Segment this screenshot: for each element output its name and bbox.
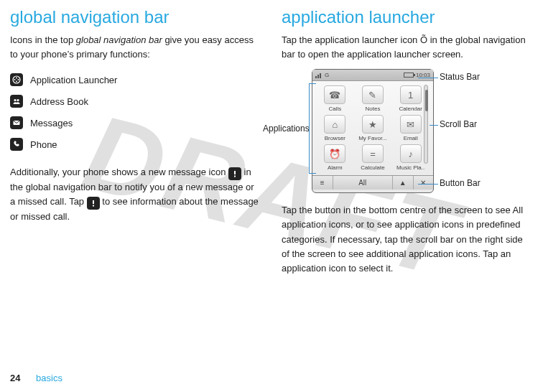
signal-icon	[315, 73, 322, 78]
app-item: ⏰Alarm	[317, 144, 353, 171]
svg-point-2	[16, 78, 17, 79]
svg-point-5	[14, 99, 16, 101]
svg-rect-11	[93, 205, 94, 207]
svg-point-4	[16, 81, 17, 83]
heading-app-launcher: application launcher	[282, 7, 533, 27]
app-label: Calls	[317, 106, 353, 112]
phone-app-grid: ☎Calls ✎Notes 1Calendar ⌂Browser ★My Fav…	[312, 81, 433, 175]
battery-icon	[404, 73, 414, 78]
calls-icon: ☎	[324, 85, 345, 104]
buttonbar-up: ▲	[393, 176, 414, 190]
nav-item-label: Messages	[30, 112, 124, 134]
callout-status-bar: Status Bar	[440, 72, 480, 82]
table-row: Phone	[10, 134, 124, 155]
phone-scroll-bar	[424, 85, 428, 164]
nav-item-label: Application Launcher	[30, 69, 124, 90]
right-column: application launcher Tap the application…	[282, 7, 533, 283]
phone-icon	[10, 138, 23, 151]
calendar-icon: 1	[400, 85, 422, 104]
callout-label: Status Bar	[440, 72, 480, 82]
app-label: My Favor...	[355, 135, 391, 141]
svg-point-6	[17, 99, 19, 101]
table-row: Application Launcher	[10, 69, 124, 90]
phone-illustration-wrap: G 10:03 ☎Calls ✎Notes 1Calendar ⌂Browser…	[312, 69, 533, 193]
app-label: Alarm	[317, 164, 353, 171]
buttonbar-menu: ≡	[312, 176, 333, 190]
para2: Additionally, your phone shows a new mes…	[10, 165, 261, 224]
music-icon: ♪	[400, 144, 422, 163]
table-row: Address Book	[10, 90, 124, 112]
phone-status-bar: G 10:03	[312, 70, 433, 81]
svg-point-3	[18, 79, 19, 80]
intro-paragraph: Icons in the top global navigation bar g…	[10, 33, 261, 62]
app-launcher-icon	[10, 73, 23, 86]
callout-label: Button Bar	[440, 178, 481, 188]
left-column: global navigation bar Icons in the top g…	[10, 7, 261, 283]
new-message-icon	[87, 197, 100, 210]
app-item: ★My Favor...	[355, 115, 391, 141]
callout-applications: Applications	[263, 123, 310, 134]
browser-icon: ⌂	[324, 115, 345, 134]
intro-text-a: Icons in the top	[10, 34, 76, 45]
svg-rect-10	[93, 200, 94, 204]
favorites-icon: ★	[362, 115, 384, 134]
alarm-icon: ⏰	[324, 144, 345, 163]
page-footer: 24 basics	[10, 373, 62, 383]
page-number: 24	[10, 373, 20, 383]
app-item: ☎Calls	[317, 85, 353, 112]
calculator-icon: =	[362, 144, 384, 163]
svg-rect-14	[320, 73, 321, 78]
para2-a: Additionally, your phone shows a new mes…	[10, 167, 228, 177]
email-icon: ✉	[400, 115, 422, 134]
right-intro: Tap the application launcher icon Õ in t…	[282, 33, 533, 62]
notes-icon: ✎	[362, 85, 384, 104]
svg-rect-8	[234, 171, 236, 174]
app-label: Calculate	[355, 164, 391, 171]
callout-label: Scroll Bar	[440, 119, 477, 129]
heading-global-nav: global navigation bar	[10, 7, 261, 27]
callout-button-bar: Button Bar	[440, 178, 481, 188]
app-label: Music Pla..	[392, 164, 429, 171]
address-book-icon	[10, 95, 23, 108]
right-para2: Tap the button in the bottom centre of t…	[282, 203, 533, 276]
callout-scroll-bar: Scroll Bar	[440, 119, 477, 129]
app-item: ✎Notes	[355, 85, 391, 112]
buttonbar-all: All	[333, 176, 394, 190]
callout-label: Applications	[263, 123, 310, 134]
phone-button-bar: ≡ All ▲ ✕	[312, 175, 433, 190]
svg-point-1	[14, 79, 16, 80]
new-message-icon	[228, 167, 241, 180]
app-label: Notes	[355, 106, 391, 112]
intro-em: global navigation bar	[76, 34, 162, 45]
nav-item-label: Address Book	[30, 90, 124, 112]
app-item: ⌂Browser	[317, 115, 353, 141]
table-row: Messages	[10, 112, 124, 134]
app-label: Browser	[317, 135, 353, 141]
svg-rect-9	[234, 176, 236, 177]
app-item: =Calculate	[355, 144, 391, 171]
phone-illustration: G 10:03 ☎Calls ✎Notes 1Calendar ⌂Browser…	[312, 69, 434, 193]
nav-item-label: Phone	[30, 134, 124, 155]
svg-rect-12	[315, 76, 317, 78]
status-left-text: G	[325, 72, 329, 78]
messages-icon	[10, 116, 23, 129]
footer-section: basics	[36, 373, 62, 383]
buttonbar-close: ✕	[414, 176, 434, 190]
svg-rect-13	[317, 75, 319, 78]
nav-icon-table: Application Launcher Address Book Messag…	[10, 69, 124, 155]
